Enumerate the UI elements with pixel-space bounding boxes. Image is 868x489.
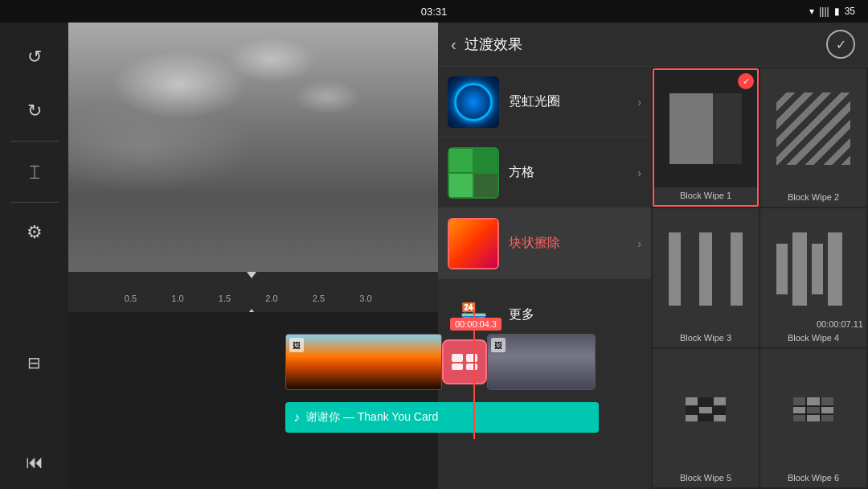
- bw5-svg: [678, 389, 734, 429]
- thumb-label-6: Block Wipe 6: [786, 470, 841, 483]
- wifi-icon: ▾: [809, 6, 814, 17]
- thumb-preview-3: [653, 208, 759, 329]
- layout-button[interactable]: ⊟: [0, 336, 68, 390]
- ruler-mark-20: 2.0: [265, 294, 277, 303]
- confirm-button[interactable]: ✓: [826, 30, 855, 59]
- left-toolbar: ↺ ↻ ⌶ ⚙ ⊟ ⏮: [0, 23, 68, 489]
- bw6-preview: [760, 349, 866, 470]
- clip-sunset[interactable]: 🖼: [285, 334, 442, 390]
- confirm-icon: ✓: [836, 37, 846, 52]
- category-thumb-neon: [448, 76, 499, 128]
- ruler-mark-25: 2.5: [313, 294, 325, 303]
- bar-1: [669, 232, 681, 305]
- bw1-right: [713, 93, 742, 164]
- svg-rect-10: [699, 407, 712, 413]
- svg-rect-17: [793, 397, 805, 405]
- neon-ring: [454, 83, 493, 121]
- music-icon: ♪: [293, 410, 300, 425]
- battery-level: 35: [845, 6, 855, 17]
- svg-rect-21: [807, 407, 820, 413]
- timestamp-total: 00:00:07.11: [812, 318, 868, 331]
- thumb-preview-5: [653, 349, 759, 470]
- settings-button[interactable]: ⚙: [0, 206, 68, 260]
- category-neon[interactable]: 霓虹光圈 ›: [438, 67, 651, 138]
- svg-rect-14: [714, 415, 726, 421]
- thumb-block-wipe-3[interactable]: Block Wipe 3: [653, 208, 759, 347]
- toolbar-divider-1: [10, 141, 59, 142]
- svg-rect-12: [686, 415, 698, 421]
- category-block[interactable]: 块状擦除 ›: [438, 208, 651, 279]
- back-button[interactable]: ‹: [451, 35, 457, 54]
- clip-icon-sky: 🖼: [491, 338, 506, 352]
- grid-cell-3: [449, 174, 473, 197]
- svg-rect-3: [466, 364, 477, 370]
- panel-header: ‹ 过渡效果 ✓: [438, 23, 868, 67]
- thumb-label-3: Block Wipe 3: [678, 330, 733, 343]
- panel-header-left: ‹ 过渡效果: [451, 35, 522, 54]
- thumb-preview-6: [760, 349, 866, 470]
- bw4-bar-3: [812, 244, 823, 294]
- category-name-neon: 霓虹光圈: [509, 93, 560, 110]
- category-arrow-neon: ›: [637, 96, 641, 109]
- svg-rect-24: [807, 415, 820, 421]
- category-thumb-grid: [448, 147, 499, 199]
- playhead-arrow-top: [247, 272, 256, 278]
- grid-cell-2: [474, 149, 497, 172]
- thumb-label-1: Block Wipe 1: [678, 187, 733, 200]
- ruler-marks: 0.5 1.0 1.5 2.0 2.5 3.0: [76, 286, 438, 298]
- thumb-preview-1: ✓: [654, 70, 757, 187]
- svg-rect-22: [821, 407, 833, 413]
- grid-cell-1: [449, 149, 473, 172]
- category-name-grid: 方格: [509, 164, 534, 181]
- bw4-preview: [760, 208, 866, 329]
- ruler-mark-05: 0.5: [125, 294, 137, 303]
- bar-3: [699, 232, 711, 305]
- grid-cell-4: [474, 174, 497, 197]
- video-preview: [68, 23, 438, 272]
- svg-rect-9: [686, 407, 698, 413]
- music-track[interactable]: ♪ 谢谢你 — Thank You Card: [285, 402, 599, 433]
- svg-rect-7: [699, 397, 712, 405]
- category-name-more: 更多: [509, 306, 534, 323]
- thumb-block-wipe-2[interactable]: Block Wipe 2: [760, 68, 866, 207]
- transition-button[interactable]: [442, 339, 487, 384]
- svg-rect-2: [466, 354, 477, 362]
- svg-rect-25: [821, 415, 833, 421]
- bw1-inner: [669, 93, 742, 164]
- clip-sky[interactable]: 🖼: [487, 334, 596, 390]
- rewind-button[interactable]: ⏮: [0, 435, 68, 489]
- bw4-bar-4: [828, 232, 842, 305]
- thumb-label-2: Block Wipe 2: [786, 189, 841, 202]
- playhead-line: [473, 312, 475, 439]
- thumb-block-wipe-1[interactable]: ✓ Block Wipe 1: [653, 68, 759, 207]
- category-arrow-grid: ›: [637, 166, 641, 179]
- thumb-preview-4: [760, 208, 866, 329]
- svg-rect-18: [807, 397, 820, 405]
- category-arrow-block: ›: [637, 237, 641, 250]
- selected-badge: ✓: [738, 73, 754, 89]
- category-grid[interactable]: 方格 ›: [438, 138, 651, 208]
- bar-2: [684, 232, 696, 305]
- ruler-mark-30: 3.0: [359, 294, 371, 303]
- thumb-block-wipe-5[interactable]: Block Wipe 5: [653, 349, 759, 487]
- bw2-preview: [760, 68, 866, 189]
- bw5-preview: [653, 349, 759, 470]
- redo-button[interactable]: ↻: [0, 84, 68, 138]
- svg-rect-20: [793, 407, 805, 413]
- ruler-mark-10: 1.0: [171, 294, 183, 303]
- undo-button[interactable]: ↺: [0, 31, 68, 84]
- status-bar: 03:31 ▾ |||| ▮ 35: [0, 0, 868, 23]
- category-name-block: 块状擦除: [509, 235, 560, 252]
- signal-icon: ||||: [819, 6, 829, 17]
- svg-rect-23: [793, 415, 805, 421]
- ruler-mark-15: 1.5: [219, 294, 231, 303]
- video-content: [68, 23, 438, 272]
- clip-icon-sunset: 🖼: [289, 338, 304, 352]
- block-thumb-img: [449, 220, 497, 268]
- thumb-block-wipe-6[interactable]: Block Wipe 6: [760, 349, 866, 487]
- category-thumb-block: [448, 218, 499, 269]
- bw4-bars: [776, 232, 850, 305]
- status-icons: ▾ |||| ▮ 35: [809, 6, 855, 17]
- share-button[interactable]: ⌶: [0, 145, 68, 199]
- thumbnails-area: ✓ Block Wipe 1 Block Wipe 2: [651, 67, 868, 489]
